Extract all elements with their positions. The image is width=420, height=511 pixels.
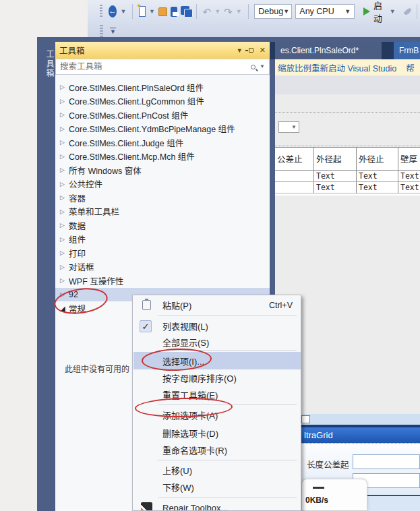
expander-collapsed-icon[interactable]: ▷ [60,264,69,270]
grid-cell [275,171,314,182]
window-fragment [301,415,310,423]
redo-caret-icon[interactable]: ▼ [236,9,242,15]
toolbox-group[interactable]: ▷Core.StlMes.Client.Mcp.Mch 组件 [55,150,270,164]
save-button[interactable] [171,7,178,17]
start-debug-caret-icon[interactable]: ▼ [390,9,396,15]
solution-configuration-combo[interactable]: Debug ▼ [254,4,292,19]
document-tab[interactable]: FrmB [394,42,420,59]
expander-collapsed-icon[interactable]: ▷ [60,181,69,187]
menu-item-move-down[interactable]: 下移(W) [133,479,301,495]
expander-collapsed-icon[interactable]: ▷ [60,194,69,201]
close-icon[interactable]: ✕ [260,46,266,55]
toolbox-search-input[interactable] [60,62,251,71]
toolbox-group[interactable]: ▷对话框 [55,260,270,274]
toolbox-group-label: 组件 [69,233,86,245]
toolbox-group[interactable]: ▷Core.StlMes.Client.PnCost 组件 [55,108,270,122]
toolbox-title: 工具箱 [59,44,85,57]
toolbar-overflow-icon[interactable]: ▼ [110,28,116,36]
save-all-button[interactable] [181,6,190,18]
navigate-back-button[interactable]: ← [109,5,117,18]
flame-icon[interactable] [403,7,412,16]
toolbar-grip-handle[interactable] [100,25,103,38]
toolbox-group[interactable]: ▷Core.StlMes.Client.LgCommon 组件 [55,94,270,109]
toolbox-group[interactable]: ▷菜单和工具栏 [55,205,270,219]
length-tolerance-start-input[interactable] [353,454,420,469]
open-file-button[interactable] [158,7,167,16]
menu-item-show-all[interactable]: 全部显示(S) [133,334,301,351]
window-position-caret-icon[interactable]: ▼ [237,47,243,54]
menu-item-label: 粘贴(P) [162,299,191,311]
empty-group-message: 此组中没有可用的 [65,363,129,374]
menu-item-label: 列表视图(L) [162,320,208,332]
expander-collapsed-icon[interactable]: ▷ [60,98,69,104]
new-item-button[interactable] [139,6,146,17]
combo-caret-icon: ▼ [344,9,351,15]
expander-collapsed-icon[interactable]: ▷ [60,84,69,90]
toolbox-group-label: Core.StlMes.Client.PnCost 组件 [69,109,188,121]
search-options-caret-icon[interactable]: ▼ [260,64,265,69]
document-tab-active[interactable]: es.Client.PlnSaleOrd* [275,42,382,59]
expander-collapsed-icon[interactable]: ▷ [60,236,69,243]
minimize-dash-icon [313,487,324,489]
restart-link[interactable]: 缩放比例重新启动 Visual Studio [278,61,396,74]
menu-item-label: 下移(W) [162,481,194,493]
expander-collapsed-icon[interactable]: ▷ [60,125,69,132]
expander-collapsed-icon[interactable]: ▷ [60,277,69,284]
toolbox-group-label: Core.StlMes.Client.PlnSaleOrd 组件 [69,81,204,94]
expander-collapsed-icon[interactable]: ▷ [60,153,69,160]
repair-toolbox-icon [141,502,152,511]
grid-cell: Text [314,182,357,193]
undo-caret-icon[interactable]: ▼ [214,9,220,15]
menu-item-sort-alphabetically[interactable]: 按字母顺序排序(O) [133,369,301,386]
start-debug-button[interactable]: 启动 [373,0,386,24]
toolbox-group[interactable]: ▷容器 [55,191,270,205]
menu-item-repair-toolbox[interactable]: Repair Toolbox... [133,500,301,511]
expander-collapsed-icon[interactable]: ▷ [60,208,69,215]
expander-collapsed-icon[interactable]: ▷ [60,139,69,146]
toolbox-group-label: 打印 [69,247,86,260]
toolbox-group[interactable]: ▷公共控件 [55,177,270,191]
new-item-caret-icon[interactable]: ▼ [149,9,155,15]
toolbox-group-label: 公共控件 [69,177,102,190]
grid-header-cell: 公差止 [275,148,314,171]
toolbox-group[interactable]: ▷Core.StlMes.Client.PlnSaleOrd 组件 [55,80,270,94]
navigate-back-caret-icon[interactable]: ▼ [120,9,126,15]
toolbox-group[interactable]: ▷Core.StlMes.Client.Judge 组件 [55,136,270,150]
menu-item-delete-tab[interactable]: 删除选项卡(D) [133,425,301,442]
designer-combobox[interactable]: ▼ [278,121,299,133]
expander-collapsed-icon[interactable]: ▷ [60,111,69,118]
toolbox-group[interactable]: ▷数据 [55,218,270,233]
undo-button[interactable]: ↶ [203,7,212,17]
pin-icon[interactable] [249,48,253,53]
solution-platform-combo[interactable]: Any CPU ▼ [295,4,355,19]
menu-item-label: 上移(U) [162,464,192,477]
grid-header-row: 公差止 外径起 外径止 壁厚 [275,148,420,171]
menu-item-paste[interactable]: 粘贴(P) Ctrl+V [133,297,301,313]
expander-collapsed-icon[interactable]: ▷ [60,222,69,229]
help-link[interactable]: 帮 [406,61,415,74]
toolbox-vertical-tab[interactable]: 工具箱 [37,42,55,82]
redo-button[interactable]: ↷ [224,7,233,17]
toolbox-group[interactable]: ▷WPF 互操作性 [55,274,270,288]
toolbox-group[interactable]: ▷所有 Windows 窗体 [55,163,270,177]
expander-collapsed-icon[interactable]: ▷ [60,249,69,256]
toolbox-group[interactable]: ▷组件 [55,233,270,247]
network-speed-popup: 0KB/s [301,479,367,511]
toolbar-grip-handle[interactable] [100,5,102,18]
toolbox-group[interactable]: ▷Core.StlMes.Client.YdmBcPipeManage 组件 [55,122,270,136]
designer-dotted-guide [275,112,420,113]
toolbox-search-box: ▼ [55,59,270,75]
toolbox-group[interactable]: ▷打印 [55,246,270,260]
menu-item-move-up[interactable]: 上移(U) [133,462,301,479]
combo-caret-icon: ▼ [283,9,289,15]
search-icon[interactable] [251,65,256,69]
toolbar-row-main: ← ▼ ▼ ↶ ▼ ↷ ▼ Debug ▼ Any CPU ▼ 启动 ▼ [88,2,420,21]
solution-configuration-value: Debug [258,7,283,16]
toolbox-group-label: Core.StlMes.Client.Mcp.Mch 组件 [69,150,195,162]
menu-item-list-view[interactable]: ✓ 列表视图(L) [133,318,301,334]
expander-collapsed-icon[interactable]: ▷ [60,167,69,173]
paste-icon [142,300,151,310]
start-debug-play-icon[interactable] [363,7,370,16]
menu-item-rename-tab[interactable]: 重命名选项卡(R) [133,442,301,458]
toolbar-separator [248,4,249,19]
